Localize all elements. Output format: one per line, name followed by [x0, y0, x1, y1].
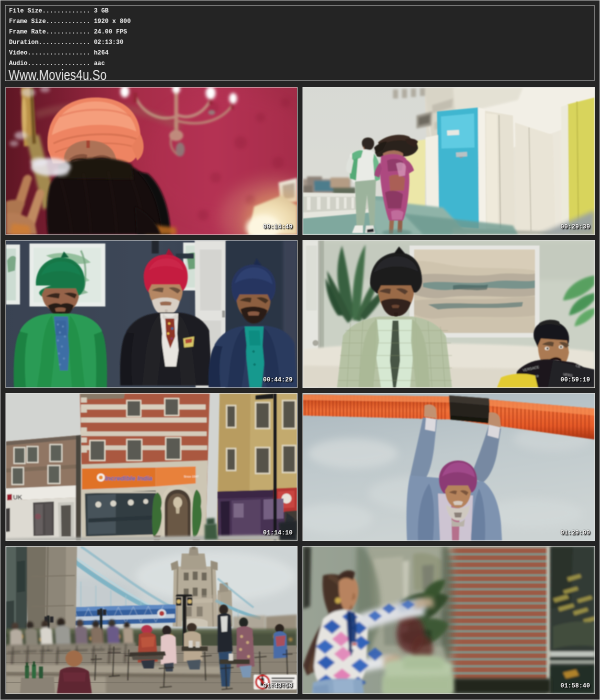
svg-text:Since 1987: Since 1987 — [184, 475, 199, 478]
svg-text:Incredible India: Incredible India — [105, 474, 152, 482]
